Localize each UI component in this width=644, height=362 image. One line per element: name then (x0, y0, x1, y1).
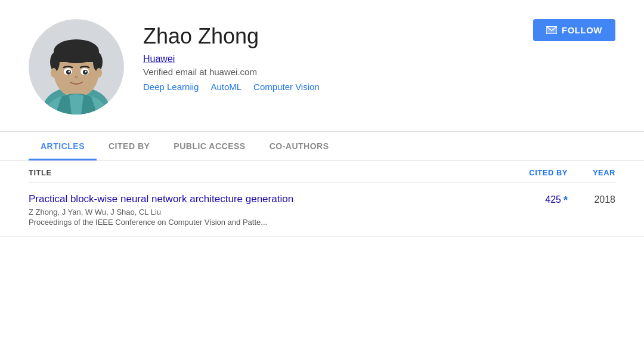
col-year-header: YEAR (568, 168, 615, 177)
article-venue: Proceedings of the IEEE Conference on Co… (29, 218, 508, 227)
profile-section: Zhao Zhong Huawei Verified email at huaw… (0, 0, 644, 131)
svg-point-15 (51, 68, 57, 78)
interest-computer-vision[interactable]: Computer Vision (253, 82, 320, 92)
profile-interests: Deep Learniig AutoML Computer Vision (143, 82, 615, 92)
article-authors: Z Zhong, J Yan, W Wu, J Shao, CL Liu (29, 208, 508, 216)
avatar-container (29, 19, 124, 115)
tab-co-authors[interactable]: CO-AUTHORS (258, 132, 341, 160)
svg-point-14 (85, 71, 87, 73)
tab-public-access[interactable]: PUBLIC ACCESS (162, 132, 257, 160)
asterisk-icon: * (564, 194, 568, 207)
tabs-section: ARTICLES CITED BY PUBLIC ACCESS CO-AUTHO… (0, 132, 644, 161)
article-title[interactable]: Practical block-wise neural network arch… (29, 193, 508, 205)
mail-icon (546, 26, 557, 34)
svg-point-16 (96, 68, 102, 78)
table-header: TITLE CITED BY YEAR (0, 161, 644, 182)
avatar (29, 19, 124, 115)
profile-email: Verified email at huawei.com (143, 67, 615, 77)
article-content: Practical block-wise neural network arch… (29, 193, 508, 227)
col-title-header: TITLE (29, 168, 508, 177)
svg-point-13 (69, 71, 70, 73)
avatar-image (29, 19, 124, 115)
profile-affiliation[interactable]: Huawei (143, 54, 615, 64)
svg-rect-6 (54, 51, 99, 62)
tab-articles[interactable]: ARTICLES (29, 132, 97, 160)
col-cited-header: CITED BY (508, 168, 568, 177)
follow-label: FOLLOW (562, 25, 602, 35)
article-year: 2018 (568, 193, 615, 205)
interest-automl[interactable]: AutoML (210, 82, 242, 92)
article-cited-by[interactable]: 425 * (508, 193, 568, 207)
table-row: Practical block-wise neural network arch… (0, 182, 644, 237)
cited-by-count: 425 (545, 194, 561, 205)
interest-deep-learning[interactable]: Deep Learniig (143, 82, 199, 92)
follow-button[interactable]: FOLLOW (533, 19, 615, 41)
tab-cited-by[interactable]: CITED BY (97, 132, 162, 160)
